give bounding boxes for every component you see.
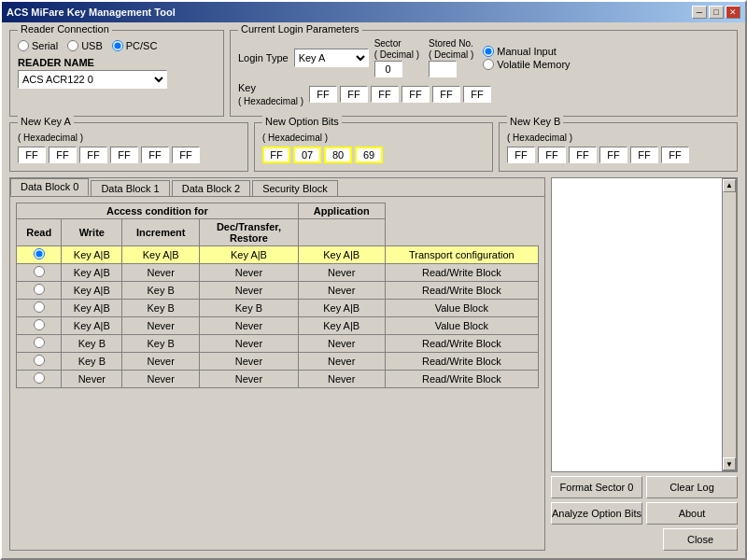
tabs-panel: Data Block 0 Data Block 1 Data Block 2 S… bbox=[9, 177, 545, 551]
volatile-memory-radio[interactable] bbox=[483, 59, 494, 70]
minimize-button[interactable]: ─ bbox=[692, 6, 707, 19]
row-1-cell-1: Never bbox=[122, 263, 200, 281]
key-byte-3[interactable] bbox=[371, 86, 399, 103]
table-row[interactable]: Key BKey BNeverNeverRead/Write Block bbox=[17, 334, 539, 352]
nkb-byte-6[interactable] bbox=[661, 147, 689, 163]
row-7-cell-3: Never bbox=[298, 370, 385, 387]
key-byte-4[interactable] bbox=[402, 86, 430, 103]
pcsc-radio-item: PC/SC bbox=[112, 40, 158, 51]
key-byte-1[interactable] bbox=[309, 86, 337, 103]
nka-byte-2[interactable] bbox=[49, 147, 77, 163]
table-row[interactable]: Key A|BKey BNeverNeverRead/Write Block bbox=[17, 281, 539, 299]
row-3-radio[interactable] bbox=[34, 301, 45, 313]
serial-radio[interactable] bbox=[18, 40, 29, 51]
title-bar-buttons: ─ □ ✕ bbox=[692, 6, 740, 19]
about-button[interactable]: About bbox=[646, 502, 738, 525]
nob-byte-2[interactable] bbox=[293, 147, 321, 163]
login-type-label: Login Type bbox=[238, 52, 289, 63]
usb-radio-item: USB bbox=[67, 40, 103, 51]
nkb-byte-2[interactable] bbox=[538, 147, 566, 163]
clear-log-button[interactable]: Clear Log bbox=[646, 476, 738, 498]
nka-byte-3[interactable] bbox=[79, 147, 107, 163]
nkb-byte-5[interactable] bbox=[630, 147, 658, 163]
new-option-bits-group: New Option Bits ( Hexadecimal ) bbox=[254, 122, 493, 172]
table-row[interactable]: Key A|BKey BKey BKey A|BValue Block bbox=[17, 299, 539, 316]
key-byte-5[interactable] bbox=[432, 86, 460, 103]
row-1-cell-2: Never bbox=[200, 263, 298, 281]
login-params-inner: Login Type Key A Key B Sector ( Decimal … bbox=[238, 38, 729, 108]
title-bar: ACS MiFare Key Management Tool ─ □ ✕ bbox=[2, 2, 745, 22]
usb-label: USB bbox=[81, 40, 103, 51]
pcsc-radio[interactable] bbox=[112, 40, 123, 51]
row-radio-cell-4 bbox=[17, 316, 62, 334]
row-4-radio[interactable] bbox=[34, 319, 45, 330]
tab-data-block-0[interactable]: Data Block 0 bbox=[10, 178, 89, 196]
nkb-byte-1[interactable] bbox=[507, 147, 535, 163]
tab-data-block-1[interactable]: Data Block 1 bbox=[91, 180, 169, 196]
row-5-cell-3: Never bbox=[298, 334, 385, 352]
login-type-select[interactable]: Key A Key B bbox=[294, 49, 369, 67]
tab-security-block[interactable]: Security Block bbox=[252, 180, 338, 196]
volatile-memory-radio-item: Volatile Memory bbox=[483, 59, 570, 70]
format-sector-button[interactable]: Format Sector 0 bbox=[551, 476, 642, 498]
table-row[interactable]: Key A|BNeverNeverKey A|BValue Block bbox=[17, 316, 539, 334]
row-radio-cell-6 bbox=[17, 352, 62, 370]
analyze-option-button[interactable]: Analyze Option Bits bbox=[551, 502, 642, 525]
nka-byte-6[interactable] bbox=[172, 147, 200, 163]
table-row[interactable]: Key A|BNeverNeverNeverRead/Write Block bbox=[17, 263, 539, 281]
row-7-radio[interactable] bbox=[34, 372, 45, 384]
manual-input-radio[interactable] bbox=[483, 46, 494, 57]
key-byte-6[interactable] bbox=[463, 86, 491, 103]
row-2-cell-0: Key A|B bbox=[62, 281, 122, 299]
stored-input[interactable] bbox=[429, 61, 457, 77]
reader-connection-group: Reader Connection Serial USB PC/SC bbox=[9, 30, 224, 117]
row-3-cell-0: Key A|B bbox=[62, 299, 122, 316]
row-5-cell-2: Never bbox=[200, 334, 298, 352]
row-6-radio[interactable] bbox=[34, 355, 45, 366]
nob-byte-4[interactable] bbox=[355, 147, 383, 163]
memory-radio-col: Manual Input Volatile Memory bbox=[483, 46, 570, 70]
table-row[interactable]: NeverNeverNeverNeverRead/Write Block bbox=[17, 370, 539, 387]
scroll-down-arrow[interactable]: ▼ bbox=[723, 457, 736, 470]
row-radio-cell-5 bbox=[17, 334, 62, 352]
maximize-button[interactable]: □ bbox=[709, 6, 724, 19]
row-2-radio[interactable] bbox=[34, 284, 45, 295]
nkb-byte-3[interactable] bbox=[569, 147, 597, 163]
close-row: Close bbox=[551, 528, 738, 551]
table-row[interactable]: Key A|BKey A|BKey A|BKey A|BTransport co… bbox=[17, 245, 539, 263]
nkb-byte-4[interactable] bbox=[599, 147, 627, 163]
dec-col-header: Dec/Transfer,Restore bbox=[200, 218, 298, 245]
nob-byte-3[interactable] bbox=[324, 147, 352, 163]
row-5-radio[interactable] bbox=[34, 337, 45, 348]
nka-byte-5[interactable] bbox=[141, 147, 169, 163]
sector-input[interactable] bbox=[374, 61, 402, 77]
login-type-row: Login Type Key A Key B Sector ( Decimal … bbox=[238, 38, 729, 77]
new-key-b-group: New Key B ( Hexadecimal ) bbox=[499, 122, 738, 172]
row-3-cell-3: Key A|B bbox=[298, 299, 385, 316]
row-6-cell-0: Key B bbox=[62, 352, 122, 370]
nka-byte-1[interactable] bbox=[18, 147, 46, 163]
usb-radio[interactable] bbox=[67, 40, 78, 51]
row-4-cell-4: Value Block bbox=[385, 316, 538, 334]
tab-data-block-2[interactable]: Data Block 2 bbox=[172, 180, 250, 196]
row-0-radio[interactable] bbox=[34, 248, 45, 259]
scrollbar[interactable]: ▲ ▼ bbox=[722, 178, 737, 471]
row-0-cell-2: Key A|B bbox=[200, 245, 298, 263]
scroll-up-arrow[interactable]: ▲ bbox=[723, 179, 736, 192]
reader-name-select[interactable]: ACS ACR122 0 bbox=[18, 70, 167, 89]
new-option-bits-hex-row bbox=[262, 147, 485, 163]
close-window-button[interactable]: Close bbox=[663, 528, 738, 551]
row-1-radio[interactable] bbox=[34, 266, 45, 277]
access-table: Access condition for Application Read Wr… bbox=[16, 203, 539, 388]
nka-byte-4[interactable] bbox=[110, 147, 138, 163]
app-col-header bbox=[298, 218, 385, 245]
nob-byte-1[interactable] bbox=[262, 147, 290, 163]
key-byte-2[interactable] bbox=[340, 86, 368, 103]
row-0-cell-1: Key A|B bbox=[122, 245, 200, 263]
access-condition-header: Access condition for bbox=[17, 203, 299, 218]
row-0-cell-3: Key A|B bbox=[298, 245, 385, 263]
new-key-a-group: New Key A ( Hexadecimal ) bbox=[9, 122, 248, 172]
table-row[interactable]: Key BNeverNeverNeverRead/Write Block bbox=[17, 352, 539, 370]
new-key-a-sublabel: ( Hexadecimal ) bbox=[18, 133, 240, 143]
close-button[interactable]: ✕ bbox=[726, 6, 740, 19]
